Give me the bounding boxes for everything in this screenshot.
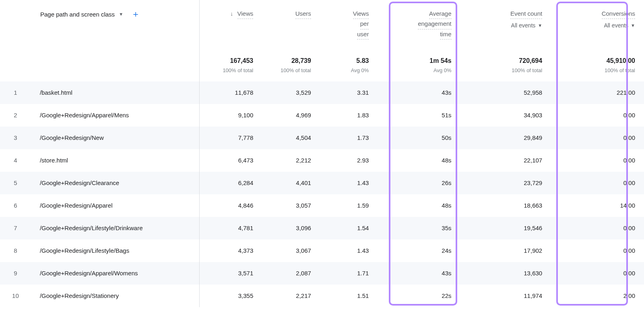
col-header-users[interactable]: Users	[262, 0, 320, 44]
cell-users: 3,529	[262, 81, 320, 104]
cell-vpu: 1.51	[320, 285, 378, 307]
cell-events: 23,729	[460, 172, 551, 194]
dimension-label: Page path and screen class	[40, 11, 115, 18]
cell-events: 17,902	[460, 239, 551, 262]
page-path[interactable]: /store.html	[31, 149, 204, 172]
cell-events: 22,107	[460, 149, 551, 172]
event-count-filter[interactable]: All events ▼	[511, 22, 543, 29]
cell-users: 4,504	[262, 127, 320, 149]
cell-users: 3,057	[262, 194, 320, 217]
cell-users: 2,087	[262, 262, 320, 285]
table-row[interactable]: 2/Google+Redesign/Apparel/Mens9,1004,969…	[0, 104, 644, 127]
cell-conversions: 14.00	[551, 194, 644, 217]
cell-vpu: 2.93	[320, 149, 378, 172]
row-index: 3	[0, 127, 31, 149]
col-header-engagement[interactable]: Average engagement time	[378, 0, 460, 44]
cell-conversions: 0.00	[551, 262, 644, 285]
cell-conversions: 0.00	[551, 149, 644, 172]
cell-engagement: 51s	[378, 104, 460, 127]
cell-events: 13,630	[460, 262, 551, 285]
cell-engagement: 48s	[378, 194, 460, 217]
page-path[interactable]: /basket.html	[31, 81, 204, 104]
row-index: 8	[0, 239, 31, 262]
chevron-down-icon: ▼	[538, 23, 542, 28]
page-path[interactable]: /Google+Redesign/Apparel/Mens	[31, 104, 204, 127]
total-conversions: 45,910.00	[560, 56, 635, 65]
row-index: 4	[0, 149, 31, 172]
row-index: 10	[0, 285, 31, 307]
col-header-event-count[interactable]: Event count All events ▼	[460, 0, 551, 44]
cell-vpu: 1.43	[320, 172, 378, 194]
page-path[interactable]: /Google+Redesign/Lifestyle/Drinkware	[31, 217, 204, 239]
cell-events: 34,903	[460, 104, 551, 127]
cell-conversions: 0.00	[551, 104, 644, 127]
table-row[interactable]: 9/Google+Redesign/Apparel/Womens3,5712,0…	[0, 262, 644, 285]
cell-vpu: 1.73	[320, 127, 378, 149]
chevron-down-icon: ▼	[631, 23, 635, 28]
cell-users: 4,969	[262, 104, 320, 127]
cell-users: 2,212	[262, 149, 320, 172]
page-path[interactable]: /Google+Redesign/New	[31, 127, 204, 149]
cell-engagement: 50s	[378, 127, 460, 149]
total-engagement: 1m 54s	[386, 56, 451, 65]
col-header-conversions[interactable]: Conversions All events ▼	[551, 0, 644, 44]
row-index: 9	[0, 262, 31, 285]
table-row[interactable]: 7/Google+Redesign/Lifestyle/Drinkware4,7…	[0, 217, 644, 239]
cell-vpu: 1.54	[320, 217, 378, 239]
page-path[interactable]: /Google+Redesign/Lifestyle/Bags	[31, 239, 204, 262]
analytics-table: Page path and screen class ▼ ＋ ↓ Views U…	[0, 0, 644, 307]
cell-views: 6,284	[204, 172, 262, 194]
add-dimension-button[interactable]: ＋	[131, 10, 140, 19]
table-row[interactable]: 6/Google+Redesign/Apparel4,8463,0571.594…	[0, 194, 644, 217]
divider	[199, 0, 200, 307]
cell-conversions: 221.00	[551, 81, 644, 104]
page-path[interactable]: /Google+Redesign/Stationery	[31, 285, 204, 307]
cell-conversions: 0.00	[551, 172, 644, 194]
table-row[interactable]: 8/Google+Redesign/Lifestyle/Bags4,3733,0…	[0, 239, 644, 262]
cell-views: 4,846	[204, 194, 262, 217]
row-index: 6	[0, 194, 31, 217]
cell-vpu: 3.31	[320, 81, 378, 104]
row-index: 7	[0, 217, 31, 239]
cell-events: 52,958	[460, 81, 551, 104]
table-row[interactable]: 3/Google+Redesign/New7,7784,5041.7350s29…	[0, 127, 644, 149]
total-vpu: 5.83	[329, 56, 369, 65]
cell-engagement: 43s	[378, 262, 460, 285]
cell-engagement: 48s	[378, 149, 460, 172]
row-index: 5	[0, 172, 31, 194]
cell-vpu: 1.59	[320, 194, 378, 217]
col-header-views[interactable]: ↓ Views	[204, 0, 262, 44]
totals-row: 167,453100% of total 28,739100% of total…	[0, 44, 644, 82]
col-header-vpu[interactable]: Views per user	[320, 0, 378, 44]
cell-vpu: 1.83	[320, 104, 378, 127]
cell-views: 4,373	[204, 239, 262, 262]
page-path[interactable]: /Google+Redesign/Clearance	[31, 172, 204, 194]
cell-vpu: 1.43	[320, 239, 378, 262]
table-row[interactable]: 5/Google+Redesign/Clearance6,2844,4011.4…	[0, 172, 644, 194]
cell-events: 11,974	[460, 285, 551, 307]
cell-vpu: 1.71	[320, 262, 378, 285]
cell-views: 11,678	[204, 81, 262, 104]
cell-engagement: 43s	[378, 81, 460, 104]
page-path[interactable]: /Google+Redesign/Apparel/Womens	[31, 262, 204, 285]
total-events: 720,694	[469, 56, 543, 65]
cell-events: 19,546	[460, 217, 551, 239]
cell-views: 3,571	[204, 262, 262, 285]
page-path[interactable]: /Google+Redesign/Apparel	[31, 194, 204, 217]
cell-engagement: 24s	[378, 239, 460, 262]
cell-users: 3,067	[262, 239, 320, 262]
table-row[interactable]: 4/store.html6,4732,2122.9348s22,1070.00	[0, 149, 644, 172]
cell-views: 4,781	[204, 217, 262, 239]
chevron-down-icon: ▼	[119, 12, 123, 17]
cell-engagement: 22s	[378, 285, 460, 307]
cell-conversions: 0.00	[551, 217, 644, 239]
row-index: 1	[0, 81, 31, 104]
row-index: 2	[0, 104, 31, 127]
conversions-filter[interactable]: All events ▼	[604, 22, 635, 29]
cell-users: 4,401	[262, 172, 320, 194]
table-row[interactable]: 1/basket.html11,6783,5293.3143s52,958221…	[0, 81, 644, 104]
cell-conversions: 0.00	[551, 239, 644, 262]
dimension-selector[interactable]: Page path and screen class ▼	[40, 11, 123, 18]
cell-conversions: 0.00	[551, 127, 644, 149]
table-row[interactable]: 10/Google+Redesign/Stationery3,3552,2171…	[0, 285, 644, 307]
